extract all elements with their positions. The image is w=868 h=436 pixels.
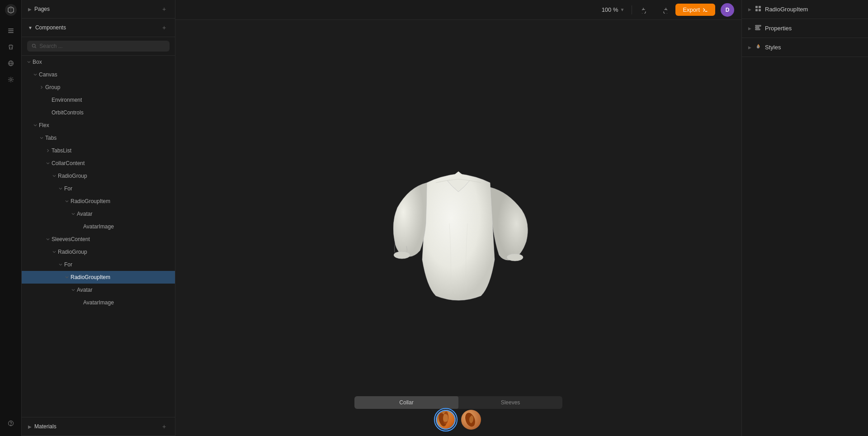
svg-point-49 bbox=[167, 289, 168, 290]
search-input[interactable] bbox=[39, 43, 165, 49]
rp-radiogroupitem[interactable]: ▶ RadioGroupItem bbox=[742, 0, 868, 19]
expand-btn-radiogroup1[interactable] bbox=[51, 172, 58, 180]
tree-item-for1[interactable]: For bbox=[22, 182, 175, 195]
expand-btn-box[interactable] bbox=[25, 58, 33, 66]
nav-layers-icon[interactable] bbox=[4, 24, 18, 38]
toolbar-separator bbox=[632, 5, 632, 14]
nav-help-icon[interactable] bbox=[4, 416, 18, 431]
swatch-2[interactable] bbox=[461, 410, 481, 430]
undo-button[interactable] bbox=[639, 4, 652, 16]
nav-trash-icon[interactable] bbox=[4, 40, 18, 54]
viewport-tabs: Collar Sleeves bbox=[354, 396, 562, 409]
nav-settings-icon[interactable] bbox=[4, 72, 18, 87]
expand-btn-canvas[interactable] bbox=[32, 71, 39, 78]
tree-item-radiogroupitem2[interactable]: RadioGroupItem bbox=[22, 271, 175, 284]
pages-add-button[interactable]: + bbox=[160, 5, 169, 14]
swatch-1[interactable] bbox=[436, 410, 456, 430]
tree-item-for2[interactable]: For bbox=[22, 258, 175, 271]
shirt-3d-model bbox=[368, 133, 549, 323]
rp-properties[interactable]: ▶ Properties bbox=[742, 19, 868, 38]
materials-section-header[interactable]: ▶ Materials + bbox=[22, 417, 175, 436]
sleeves-tab-label: Sleeves bbox=[501, 399, 520, 406]
svg-rect-62 bbox=[755, 25, 761, 26]
expand-btn-radiogroup2[interactable] bbox=[51, 248, 58, 256]
nav-globe-icon[interactable] bbox=[4, 56, 18, 71]
svg-point-10 bbox=[32, 44, 35, 47]
tree-item-avatarimage2[interactable]: AvatarImage bbox=[22, 296, 175, 309]
rp-chevron-2: ▶ bbox=[748, 26, 751, 31]
svg-point-37 bbox=[167, 213, 168, 214]
tree-item-tabslist[interactable]: TabsList bbox=[22, 144, 175, 157]
tree-item-avatar1[interactable]: Avatar bbox=[22, 208, 175, 220]
svg-rect-60 bbox=[755, 9, 758, 11]
tree-label-box: Box bbox=[33, 59, 164, 65]
expand-btn-radiogroupitem2[interactable] bbox=[63, 274, 71, 281]
rp-radiogroupitem-label: RadioGroupItem bbox=[765, 6, 808, 13]
svg-point-29 bbox=[167, 162, 168, 163]
expand-btn-for1[interactable] bbox=[57, 185, 64, 192]
tree-item-orbitcontrols[interactable]: OrbitControls bbox=[22, 106, 175, 119]
icon-bar bbox=[0, 0, 22, 436]
tree-label-radiogroupitem1: RadioGroupItem bbox=[71, 198, 164, 204]
tree-label-radiogroupitem2: RadioGroupItem bbox=[71, 274, 164, 280]
tree-label-radiogroup1: RadioGroup bbox=[58, 173, 164, 179]
user-avatar[interactable]: D bbox=[721, 3, 734, 17]
svg-point-9 bbox=[10, 425, 11, 426]
zoom-chevron-icon: ▼ bbox=[620, 7, 625, 12]
svg-rect-63 bbox=[755, 27, 759, 28]
tree-item-avatar2[interactable]: Avatar bbox=[22, 284, 175, 296]
tree-item-collarcontent[interactable]: CollarContent bbox=[22, 157, 175, 170]
viewport-swatches bbox=[436, 410, 481, 430]
expand-btn-flex[interactable] bbox=[32, 122, 39, 129]
tree-item-radiogroup1[interactable]: RadioGroup bbox=[22, 170, 175, 182]
tree-item-group[interactable]: Group bbox=[22, 81, 175, 94]
expand-btn-sleevescontent[interactable] bbox=[44, 236, 52, 243]
tree-item-box[interactable]: Box bbox=[22, 56, 175, 68]
collar-tab[interactable]: Collar bbox=[354, 396, 458, 409]
collar-tab-label: Collar bbox=[399, 399, 413, 406]
tree-label-canvas: Canvas bbox=[39, 71, 164, 78]
expand-btn-for2[interactable] bbox=[57, 261, 64, 268]
expand-btn-radiogroupitem1[interactable] bbox=[63, 198, 71, 205]
materials-add-button[interactable]: + bbox=[160, 422, 169, 431]
zoom-control[interactable]: 100 % ▼ bbox=[602, 6, 625, 13]
redo-button[interactable] bbox=[657, 4, 670, 16]
expand-btn-tabs[interactable] bbox=[38, 134, 45, 142]
expand-btn-collarcontent[interactable] bbox=[44, 160, 52, 167]
svg-point-17 bbox=[167, 86, 168, 87]
svg-point-39 bbox=[167, 226, 168, 227]
tree-item-tabs[interactable]: Tabs bbox=[22, 132, 175, 144]
export-label: Export bbox=[683, 6, 700, 13]
sleeves-tab[interactable]: Sleeves bbox=[458, 396, 562, 409]
expand-btn-tabslist[interactable] bbox=[44, 147, 52, 154]
tree-label-tabslist: TabsList bbox=[52, 147, 164, 154]
rp-styles[interactable]: ▶ Styles bbox=[742, 38, 868, 57]
components-add-button[interactable]: + bbox=[160, 23, 169, 32]
svg-point-27 bbox=[167, 150, 168, 151]
expand-btn-avatar1[interactable] bbox=[70, 210, 77, 218]
tree-label-orbitcontrols: OrbitControls bbox=[52, 109, 164, 116]
tree-item-canvas[interactable]: Canvas bbox=[22, 68, 175, 81]
viewport[interactable]: Collar Sleeves bbox=[175, 20, 741, 436]
search-container bbox=[22, 37, 175, 56]
svg-point-35 bbox=[167, 200, 168, 201]
tree-item-sleevescontent[interactable]: SleevesContent bbox=[22, 233, 175, 246]
materials-section: ▶ Materials + bbox=[22, 417, 175, 436]
tree-item-flex[interactable]: Flex bbox=[22, 119, 175, 132]
tree-item-environment[interactable]: Environment bbox=[22, 94, 175, 106]
tree-container: BoxCanvasGroupEnvironmentOrbitControlsFl… bbox=[22, 56, 175, 417]
svg-point-47 bbox=[167, 276, 168, 277]
components-section-header[interactable]: ▼ Components + bbox=[22, 19, 175, 37]
export-button[interactable]: Export bbox=[675, 4, 715, 16]
app-logo[interactable] bbox=[5, 4, 17, 16]
component-icon bbox=[755, 5, 761, 13]
svg-point-13 bbox=[167, 61, 168, 62]
tree-item-radiogroup2[interactable]: RadioGroup bbox=[22, 246, 175, 258]
pages-section-header[interactable]: ▶ Pages + bbox=[22, 0, 175, 19]
tree-item-radiogroupitem1[interactable]: RadioGroupItem bbox=[22, 195, 175, 208]
materials-label: Materials bbox=[34, 423, 57, 430]
expand-btn-avatar2[interactable] bbox=[70, 286, 77, 294]
tree-label-avatar1: Avatar bbox=[77, 211, 164, 217]
expand-btn-group[interactable] bbox=[38, 84, 45, 91]
tree-item-avatarimage1[interactable]: AvatarImage bbox=[22, 220, 175, 233]
